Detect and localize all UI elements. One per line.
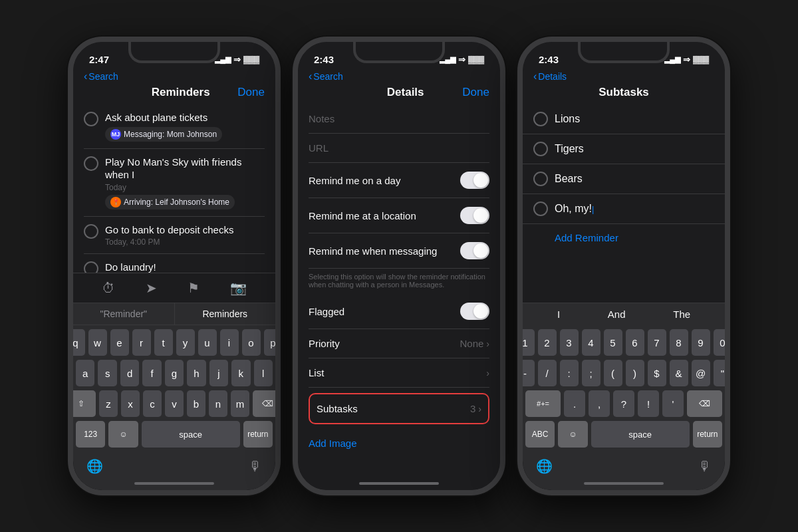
location-icon[interactable]: ➤ xyxy=(146,280,157,296)
key-period[interactable]: . xyxy=(564,390,585,417)
word-and[interactable]: And xyxy=(608,309,626,320)
key-v[interactable]: v xyxy=(165,390,184,417)
subtask-lions[interactable]: Lions xyxy=(523,104,725,134)
key-at[interactable]: @ xyxy=(692,360,710,386)
back-nav-2[interactable]: ‹ Search xyxy=(309,71,343,82)
subtask-circle-4[interactable] xyxy=(533,201,548,216)
key-amp[interactable]: & xyxy=(670,360,688,386)
form-priority-row[interactable]: Priority None › xyxy=(309,329,489,358)
reminder-item-4[interactable]: Do laundry! Today, 11:00 PM xyxy=(84,254,265,273)
key-hashplus[interactable]: #+= xyxy=(525,390,561,417)
key-l[interactable]: l xyxy=(254,360,273,386)
key-space-3[interactable]: space xyxy=(591,421,690,448)
camera-icon[interactable]: 📷 xyxy=(230,280,247,296)
subtask-circle-1[interactable] xyxy=(533,112,548,126)
key-y[interactable]: y xyxy=(176,329,195,356)
key-h[interactable]: h xyxy=(187,360,205,386)
key-w[interactable]: w xyxy=(88,329,107,356)
key-1[interactable]: 1 xyxy=(523,329,535,356)
subtask-circle-2[interactable] xyxy=(533,142,548,156)
key-dash[interactable]: - xyxy=(523,360,535,386)
key-u[interactable]: u xyxy=(198,329,217,356)
remind-day-toggle[interactable] xyxy=(460,172,489,189)
key-123[interactable]: 123 xyxy=(76,421,105,448)
key-colon[interactable]: : xyxy=(560,360,579,386)
key-lparen[interactable]: ( xyxy=(604,360,622,386)
key-n[interactable]: n xyxy=(209,390,227,417)
subtask-circle-3[interactable] xyxy=(533,172,548,186)
key-exclaim[interactable]: ! xyxy=(638,390,659,417)
reminder-circle-4[interactable] xyxy=(84,261,98,273)
word-the[interactable]: The xyxy=(673,309,690,320)
form-flagged-row[interactable]: Flagged xyxy=(309,294,489,329)
word-i[interactable]: I xyxy=(557,309,560,320)
key-c[interactable]: c xyxy=(143,390,162,417)
key-quote[interactable]: " xyxy=(714,360,726,386)
key-shift[interactable]: ⇧ xyxy=(73,390,96,417)
key-3[interactable]: 3 xyxy=(560,329,579,356)
form-remind-day-row[interactable]: Remind me on a day xyxy=(309,163,489,198)
key-abc[interactable]: ABC xyxy=(525,421,555,448)
key-r[interactable]: r xyxy=(132,329,151,356)
key-b[interactable]: b xyxy=(187,390,205,417)
key-rparen[interactable]: ) xyxy=(626,360,644,386)
key-return-3[interactable]: return xyxy=(693,421,722,448)
key-slash[interactable]: / xyxy=(538,360,557,386)
key-5[interactable]: 5 xyxy=(604,329,622,356)
form-remind-messaging-row[interactable]: Remind me when messaging xyxy=(309,233,489,269)
key-7[interactable]: 7 xyxy=(648,329,666,356)
key-q[interactable]: q xyxy=(73,329,85,356)
globe-icon-3[interactable]: 🌐 xyxy=(536,458,553,474)
key-emoji[interactable]: ☺ xyxy=(108,421,138,448)
autocomplete-reminder-quoted[interactable]: "Reminder" xyxy=(73,303,175,325)
reminder-circle-1[interactable] xyxy=(84,112,98,126)
flag-icon[interactable]: ⚑ xyxy=(188,280,200,296)
key-space[interactable]: space xyxy=(142,421,240,448)
key-g[interactable]: g xyxy=(165,360,184,386)
subtask-oh-my[interactable]: Oh, my!| xyxy=(523,194,725,224)
key-emoji-3[interactable]: ☺ xyxy=(558,421,587,448)
subtask-bears[interactable]: Bears xyxy=(523,164,725,194)
mic-icon-3[interactable]: 🎙 xyxy=(698,459,712,474)
key-k[interactable]: k xyxy=(231,360,250,386)
clock-icon[interactable]: ⏱ xyxy=(102,281,115,296)
key-x[interactable]: x xyxy=(121,390,140,417)
form-url-row[interactable]: URL xyxy=(309,134,489,163)
key-question[interactable]: ? xyxy=(613,390,634,417)
subtask-tigers[interactable]: Tigers xyxy=(523,134,725,164)
key-o[interactable]: o xyxy=(242,329,261,356)
key-dollar[interactable]: $ xyxy=(648,360,666,386)
reminder-item-3[interactable]: Go to bank to deposit checks Today, 4:00… xyxy=(84,217,265,255)
key-8[interactable]: 8 xyxy=(670,329,688,356)
form-notes-row[interactable]: Notes xyxy=(309,104,489,134)
key-a[interactable]: a xyxy=(76,360,94,386)
back-nav-3[interactable]: ‹ Details xyxy=(533,71,567,82)
remind-messaging-toggle[interactable] xyxy=(460,242,489,259)
key-comma[interactable]: , xyxy=(589,390,610,417)
key-d[interactable]: d xyxy=(120,360,139,386)
key-s[interactable]: s xyxy=(98,360,116,386)
key-i[interactable]: i xyxy=(220,329,239,356)
key-f[interactable]: f xyxy=(142,360,161,386)
key-e[interactable]: e xyxy=(110,329,129,356)
reminder-item-1[interactable]: Ask about plane tickets MJ Messaging: Mo… xyxy=(84,104,265,149)
key-delete-3[interactable]: ⌫ xyxy=(687,390,722,417)
nav-done-2[interactable]: Done xyxy=(462,86,489,99)
remind-location-toggle[interactable] xyxy=(460,207,489,224)
key-j[interactable]: j xyxy=(209,360,228,386)
autocomplete-reminders[interactable]: Reminders xyxy=(175,303,276,325)
globe-icon[interactable]: 🌐 xyxy=(86,458,103,474)
back-nav-1[interactable]: ‹ Search xyxy=(84,71,118,82)
key-semicolon[interactable]: ; xyxy=(582,360,600,386)
key-p[interactable]: p xyxy=(264,329,276,356)
key-2[interactable]: 2 xyxy=(538,329,557,356)
key-z[interactable]: z xyxy=(99,390,118,417)
reminder-circle-3[interactable] xyxy=(84,224,98,239)
key-return[interactable]: return xyxy=(243,421,273,448)
key-delete[interactable]: ⌫ xyxy=(253,390,275,417)
reminder-item-2[interactable]: Play No Man's Sky with friends when I To… xyxy=(84,149,265,217)
key-m[interactable]: m xyxy=(231,390,249,417)
key-apostrophe[interactable]: ' xyxy=(662,390,684,417)
key-t[interactable]: t xyxy=(154,329,173,356)
key-4[interactable]: 4 xyxy=(582,329,600,356)
